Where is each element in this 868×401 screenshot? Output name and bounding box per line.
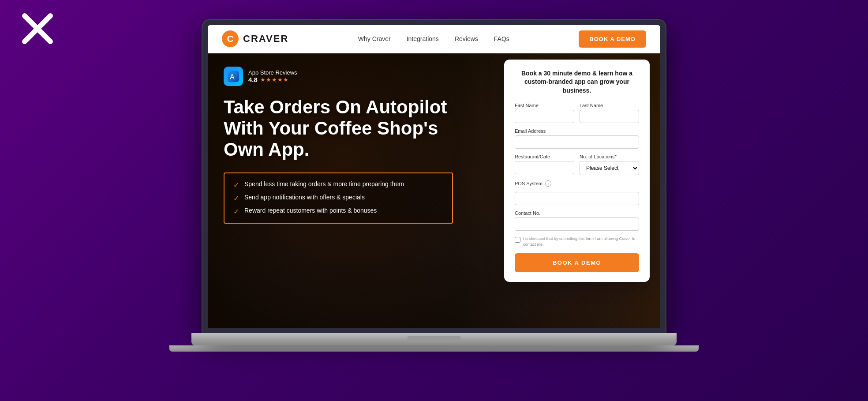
- navbar-book-demo-button[interactable]: BOOK A DEMO: [579, 30, 646, 48]
- stars: ★★★★★: [260, 76, 289, 83]
- consent-checkbox[interactable]: [515, 237, 520, 243]
- laptop-bottom-bar: [169, 345, 699, 352]
- craver-logo-icon: C: [222, 30, 239, 47]
- rating-number: 4.8: [248, 76, 258, 83]
- feature-text-2: Send app notifications with offers & spe…: [244, 194, 365, 201]
- last-name-input[interactable]: [580, 110, 639, 123]
- nav-integrations[interactable]: Integrations: [407, 35, 439, 42]
- restaurant-input[interactable]: [515, 161, 574, 174]
- svg-text:C: C: [227, 34, 233, 44]
- form-heading: Book a 30 minute demo & learn how a cust…: [515, 69, 639, 95]
- feature-text-3: Reward repeat customers with points & bo…: [244, 207, 377, 214]
- app-store-rating: 4.8 ★★★★★: [248, 76, 297, 83]
- navbar-brand: C CRAVER: [222, 30, 288, 47]
- feature-item-3: ✓ Reward repeat customers with points & …: [233, 207, 443, 216]
- contact-input[interactable]: [515, 217, 639, 231]
- nav-faqs[interactable]: FAQs: [494, 35, 509, 42]
- svg-text:A: A: [230, 73, 235, 81]
- consent-text: I understand that by submitting this for…: [523, 236, 639, 247]
- locations-select[interactable]: Please Select 1 2-5 6-10 11-20 20+: [580, 161, 639, 175]
- navbar: C CRAVER Why Craver Integrations Reviews…: [208, 25, 660, 53]
- nav-why-craver[interactable]: Why Craver: [358, 35, 391, 42]
- feature-item-1: ✓ Spend less time taking orders & more t…: [233, 180, 443, 189]
- pos-input[interactable]: [515, 192, 639, 205]
- brand-name: CRAVER: [243, 33, 288, 45]
- hero-title: Take Orders On Autopilot With Your Coffe…: [224, 97, 453, 161]
- feature-text-1: Spend less time taking orders & more tim…: [244, 180, 404, 187]
- demo-form-container: Book a 30 minute demo & learn how a cust…: [504, 60, 650, 282]
- first-name-label: First Name: [515, 103, 574, 108]
- x-logo: [22, 13, 53, 44]
- form-submit-button[interactable]: BOOK A DEMO: [515, 253, 639, 272]
- app-store-badge: A App Store Reviews 4.8 ★★★★★: [224, 67, 453, 86]
- consent-row: I understand that by submitting this for…: [515, 236, 639, 247]
- check-icon-1: ✓: [233, 181, 239, 189]
- feature-item-2: ✓ Send app notifications with offers & s…: [233, 194, 443, 202]
- navbar-links: Why Craver Integrations Reviews FAQs: [358, 35, 509, 42]
- locations-group: No. of Locations* Please Select 1 2-5 6-…: [580, 154, 639, 175]
- contact-label: Contact No.: [515, 210, 639, 216]
- restaurant-group: Restaurant/Cafe: [515, 154, 574, 175]
- check-icon-2: ✓: [233, 194, 239, 202]
- laptop-base: [191, 333, 677, 345]
- email-group: Email Address: [515, 128, 639, 149]
- nav-reviews[interactable]: Reviews: [455, 35, 478, 42]
- form-name-row: First Name Last Name: [515, 103, 639, 123]
- app-store-text: App Store Reviews 4.8 ★★★★★: [248, 69, 297, 83]
- app-store-label: App Store Reviews: [248, 69, 297, 76]
- hero-content: A App Store Reviews 4.8 ★★★★★ Take Or: [224, 67, 453, 224]
- hero-section: A App Store Reviews 4.8 ★★★★★ Take Or: [208, 53, 660, 328]
- email-input[interactable]: [515, 135, 639, 149]
- laptop-screen-bezel: C CRAVER Why Craver Integrations Reviews…: [202, 20, 666, 333]
- contact-group: Contact No.: [515, 210, 639, 231]
- check-icon-3: ✓: [233, 207, 239, 216]
- pos-label: POS System: [515, 181, 542, 186]
- restaurant-row: Restaurant/Cafe No. of Locations* Please…: [515, 154, 639, 175]
- locations-label: No. of Locations*: [580, 154, 639, 159]
- app-store-icon: A: [224, 67, 243, 86]
- pos-info-icon: i: [545, 180, 551, 187]
- last-name-label: Last Name: [580, 103, 639, 108]
- last-name-group: Last Name: [580, 103, 639, 123]
- pos-row: POS System i: [515, 180, 639, 187]
- first-name-group: First Name: [515, 103, 574, 123]
- email-label: Email Address: [515, 128, 639, 134]
- browser-content: C CRAVER Why Craver Integrations Reviews…: [208, 25, 660, 328]
- restaurant-label: Restaurant/Cafe: [515, 154, 574, 159]
- feature-list: ✓ Spend less time taking orders & more t…: [224, 172, 453, 224]
- laptop-wrapper: C CRAVER Why Craver Integrations Reviews…: [191, 20, 677, 382]
- first-name-input[interactable]: [515, 110, 574, 123]
- pos-input-group: [515, 192, 639, 205]
